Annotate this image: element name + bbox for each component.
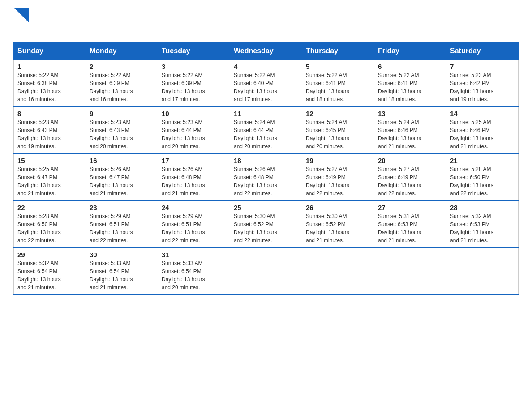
calendar-day-cell: 4Sunrise: 5:22 AMSunset: 6:40 PMDaylight… bbox=[230, 60, 302, 107]
day-info: Sunrise: 5:29 AMSunset: 6:51 PMDaylight:… bbox=[162, 212, 226, 244]
day-number: 25 bbox=[234, 204, 298, 211]
day-number: 4 bbox=[234, 63, 298, 70]
day-number: 24 bbox=[162, 204, 226, 211]
day-number: 23 bbox=[90, 204, 154, 211]
day-info: Sunrise: 5:22 AMSunset: 6:41 PMDaylight:… bbox=[378, 71, 442, 103]
calendar-day-cell bbox=[374, 248, 446, 295]
day-number: 1 bbox=[17, 63, 82, 70]
day-info: Sunrise: 5:27 AMSunset: 6:49 PMDaylight:… bbox=[306, 165, 370, 197]
day-number: 27 bbox=[378, 204, 442, 211]
calendar-day-cell: 7Sunrise: 5:23 AMSunset: 6:42 PMDaylight… bbox=[446, 60, 519, 107]
day-number: 10 bbox=[162, 110, 226, 117]
calendar-day-cell: 27Sunrise: 5:31 AMSunset: 6:53 PMDayligh… bbox=[374, 201, 446, 248]
day-info: Sunrise: 5:26 AMSunset: 6:48 PMDaylight:… bbox=[162, 165, 226, 197]
day-number: 31 bbox=[162, 251, 226, 258]
calendar-day-cell: 26Sunrise: 5:30 AMSunset: 6:52 PMDayligh… bbox=[302, 201, 374, 248]
calendar-day-cell: 23Sunrise: 5:29 AMSunset: 6:51 PMDayligh… bbox=[86, 201, 158, 248]
day-number: 3 bbox=[162, 63, 226, 70]
weekday-header-row: SundayMondayTuesdayWednesdayThursdayFrid… bbox=[14, 43, 519, 60]
svg-marker-0 bbox=[14, 8, 29, 22]
day-info: Sunrise: 5:22 AMSunset: 6:41 PMDaylight:… bbox=[306, 71, 370, 103]
calendar-day-cell: 21Sunrise: 5:28 AMSunset: 6:50 PMDayligh… bbox=[446, 154, 519, 201]
day-number: 13 bbox=[378, 110, 442, 117]
day-info: Sunrise: 5:22 AMSunset: 6:38 PMDaylight:… bbox=[17, 71, 82, 103]
day-number: 28 bbox=[450, 204, 515, 211]
day-number: 22 bbox=[17, 204, 82, 211]
day-info: Sunrise: 5:32 AMSunset: 6:54 PMDaylight:… bbox=[17, 259, 82, 291]
day-number: 16 bbox=[90, 157, 154, 164]
weekday-header-saturday: Saturday bbox=[446, 43, 519, 60]
calendar-day-cell: 25Sunrise: 5:30 AMSunset: 6:52 PMDayligh… bbox=[230, 201, 302, 248]
day-number: 30 bbox=[90, 251, 154, 258]
page-header bbox=[13, 9, 519, 34]
day-info: Sunrise: 5:22 AMSunset: 6:40 PMDaylight:… bbox=[234, 71, 298, 103]
day-info: Sunrise: 5:26 AMSunset: 6:47 PMDaylight:… bbox=[90, 165, 154, 197]
calendar-day-cell: 18Sunrise: 5:26 AMSunset: 6:48 PMDayligh… bbox=[230, 154, 302, 201]
calendar-day-cell: 11Sunrise: 5:24 AMSunset: 6:44 PMDayligh… bbox=[230, 107, 302, 154]
day-info: Sunrise: 5:27 AMSunset: 6:49 PMDaylight:… bbox=[378, 165, 442, 197]
day-info: Sunrise: 5:23 AMSunset: 6:43 PMDaylight:… bbox=[17, 118, 82, 150]
calendar-week-row: 29Sunrise: 5:32 AMSunset: 6:54 PMDayligh… bbox=[14, 248, 519, 295]
day-number: 5 bbox=[306, 63, 370, 70]
weekday-header-friday: Friday bbox=[374, 43, 446, 60]
calendar-day-cell: 3Sunrise: 5:22 AMSunset: 6:39 PMDaylight… bbox=[158, 60, 230, 107]
day-info: Sunrise: 5:25 AMSunset: 6:47 PMDaylight:… bbox=[17, 165, 82, 197]
calendar-week-row: 22Sunrise: 5:28 AMSunset: 6:50 PMDayligh… bbox=[14, 201, 519, 248]
calendar-day-cell: 6Sunrise: 5:22 AMSunset: 6:41 PMDaylight… bbox=[374, 60, 446, 107]
day-info: Sunrise: 5:33 AMSunset: 6:54 PMDaylight:… bbox=[90, 259, 154, 291]
calendar-day-cell: 2Sunrise: 5:22 AMSunset: 6:39 PMDaylight… bbox=[86, 60, 158, 107]
day-info: Sunrise: 5:30 AMSunset: 6:52 PMDaylight:… bbox=[234, 212, 298, 244]
calendar-day-cell: 29Sunrise: 5:32 AMSunset: 6:54 PMDayligh… bbox=[14, 248, 86, 295]
day-number: 19 bbox=[306, 157, 370, 164]
day-info: Sunrise: 5:22 AMSunset: 6:39 PMDaylight:… bbox=[90, 71, 154, 103]
day-number: 11 bbox=[234, 110, 298, 117]
day-number: 14 bbox=[450, 110, 515, 117]
calendar-week-row: 15Sunrise: 5:25 AMSunset: 6:47 PMDayligh… bbox=[14, 154, 519, 201]
day-number: 26 bbox=[306, 204, 370, 211]
weekday-header-thursday: Thursday bbox=[302, 43, 374, 60]
day-info: Sunrise: 5:32 AMSunset: 6:53 PMDaylight:… bbox=[450, 212, 515, 244]
calendar-day-cell: 24Sunrise: 5:29 AMSunset: 6:51 PMDayligh… bbox=[158, 201, 230, 248]
calendar-day-cell: 28Sunrise: 5:32 AMSunset: 6:53 PMDayligh… bbox=[446, 201, 519, 248]
day-info: Sunrise: 5:25 AMSunset: 6:46 PMDaylight:… bbox=[450, 118, 515, 150]
calendar-day-cell: 30Sunrise: 5:33 AMSunset: 6:54 PMDayligh… bbox=[86, 248, 158, 295]
logo bbox=[13, 9, 29, 34]
day-info: Sunrise: 5:28 AMSunset: 6:50 PMDaylight:… bbox=[17, 212, 82, 244]
day-number: 12 bbox=[306, 110, 370, 117]
day-info: Sunrise: 5:22 AMSunset: 6:39 PMDaylight:… bbox=[162, 71, 226, 103]
calendar-day-cell: 13Sunrise: 5:24 AMSunset: 6:46 PMDayligh… bbox=[374, 107, 446, 154]
calendar-day-cell bbox=[446, 248, 519, 295]
day-info: Sunrise: 5:31 AMSunset: 6:53 PMDaylight:… bbox=[378, 212, 442, 244]
calendar-day-cell: 15Sunrise: 5:25 AMSunset: 6:47 PMDayligh… bbox=[14, 154, 86, 201]
day-info: Sunrise: 5:29 AMSunset: 6:51 PMDaylight:… bbox=[90, 212, 154, 244]
logo-icon bbox=[14, 8, 29, 22]
calendar-day-cell: 12Sunrise: 5:24 AMSunset: 6:45 PMDayligh… bbox=[302, 107, 374, 154]
day-info: Sunrise: 5:23 AMSunset: 6:42 PMDaylight:… bbox=[450, 71, 515, 103]
calendar-day-cell bbox=[230, 248, 302, 295]
day-number: 20 bbox=[378, 157, 442, 164]
weekday-header-wednesday: Wednesday bbox=[230, 43, 302, 60]
calendar-day-cell: 22Sunrise: 5:28 AMSunset: 6:50 PMDayligh… bbox=[14, 201, 86, 248]
day-info: Sunrise: 5:28 AMSunset: 6:50 PMDaylight:… bbox=[450, 165, 515, 197]
day-number: 9 bbox=[90, 110, 154, 117]
calendar-week-row: 8Sunrise: 5:23 AMSunset: 6:43 PMDaylight… bbox=[14, 107, 519, 154]
day-number: 7 bbox=[450, 63, 515, 70]
weekday-header-tuesday: Tuesday bbox=[158, 43, 230, 60]
calendar-day-cell: 31Sunrise: 5:33 AMSunset: 6:54 PMDayligh… bbox=[158, 248, 230, 295]
calendar-day-cell: 17Sunrise: 5:26 AMSunset: 6:48 PMDayligh… bbox=[158, 154, 230, 201]
day-info: Sunrise: 5:24 AMSunset: 6:45 PMDaylight:… bbox=[306, 118, 370, 150]
day-number: 21 bbox=[450, 157, 515, 164]
calendar-table: SundayMondayTuesdayWednesdayThursdayFrid… bbox=[13, 42, 519, 295]
day-number: 18 bbox=[234, 157, 298, 164]
calendar-day-cell: 5Sunrise: 5:22 AMSunset: 6:41 PMDaylight… bbox=[302, 60, 374, 107]
day-info: Sunrise: 5:26 AMSunset: 6:48 PMDaylight:… bbox=[234, 165, 298, 197]
calendar-day-cell: 9Sunrise: 5:23 AMSunset: 6:43 PMDaylight… bbox=[86, 107, 158, 154]
day-info: Sunrise: 5:24 AMSunset: 6:44 PMDaylight:… bbox=[234, 118, 298, 150]
calendar-day-cell: 16Sunrise: 5:26 AMSunset: 6:47 PMDayligh… bbox=[86, 154, 158, 201]
day-info: Sunrise: 5:24 AMSunset: 6:46 PMDaylight:… bbox=[378, 118, 442, 150]
day-number: 29 bbox=[17, 251, 82, 258]
calendar-day-cell: 1Sunrise: 5:22 AMSunset: 6:38 PMDaylight… bbox=[14, 60, 86, 107]
calendar-day-cell: 19Sunrise: 5:27 AMSunset: 6:49 PMDayligh… bbox=[302, 154, 374, 201]
weekday-header-monday: Monday bbox=[86, 43, 158, 60]
day-number: 6 bbox=[378, 63, 442, 70]
